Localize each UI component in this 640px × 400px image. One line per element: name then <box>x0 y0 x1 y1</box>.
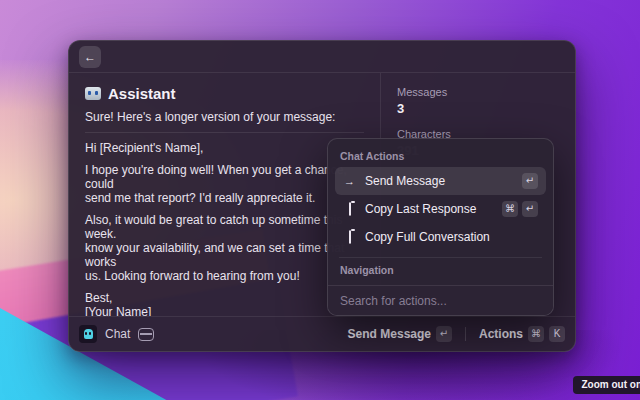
actions-list: Chat Actions → Send Message ↵ Copy Last … <box>328 139 553 285</box>
divider <box>85 132 364 133</box>
divider <box>465 327 466 341</box>
k-key-badge: K <box>549 326 565 342</box>
bottom-bar-app-label: Chat <box>105 327 130 341</box>
message-paragraph-1: I hope you're doing well! When you get a… <box>85 163 364 205</box>
message-paragraph-2: Also, it would be great to catch up some… <box>85 213 364 283</box>
send-message-button[interactable]: Send Message ↵ <box>348 326 452 342</box>
stat-value-messages: 3 <box>397 101 559 116</box>
menu-item-copy-last-response[interactable]: Copy Last Response ⌘ ↵ <box>335 195 546 223</box>
actions-label: Actions <box>479 327 523 341</box>
desktop: ← Assistant Sure! Here's a longer versio… <box>0 0 640 400</box>
zoom-tooltip: Zoom out on <box>573 376 640 394</box>
menu-item-label: Copy Full Conversation <box>365 230 538 244</box>
menu-item-copy-full-conversation[interactable]: Copy Full Conversation <box>335 223 546 251</box>
back-arrow-icon: ← <box>84 50 96 64</box>
enter-key-badge: ↵ <box>522 173 538 189</box>
assistant-intro-text: Sure! Here's a longer version of your me… <box>85 110 364 124</box>
chat-extension-icon <box>79 325 97 343</box>
actions-overlay-panel: Chat Actions → Send Message ↵ Copy Last … <box>327 138 554 316</box>
panel-icon <box>138 328 154 341</box>
cmd-key-badge: ⌘ <box>528 326 544 342</box>
shortcut-keys: ↵ <box>522 173 538 189</box>
message-greeting: Hi [Recipient's Name], <box>85 141 364 155</box>
section-title-chat-actions: Chat Actions <box>340 150 541 162</box>
arrow-right-icon: → <box>343 175 356 187</box>
menu-item-send-message[interactable]: → Send Message ↵ <box>335 167 546 195</box>
clipboard-icon <box>343 231 356 243</box>
cmd-key-badge: ⌘ <box>502 201 518 217</box>
message-signoff: Best, [Your Name] <box>85 291 364 316</box>
actions-search-input[interactable] <box>340 294 541 308</box>
window-header: ← <box>69 41 575 73</box>
back-button[interactable]: ← <box>79 46 101 68</box>
divider <box>339 257 542 258</box>
enter-key-badge: ↵ <box>522 201 538 217</box>
stat-label-messages: Messages <box>397 86 559 98</box>
assistant-header: Assistant <box>85 85 364 102</box>
actions-search-bar <box>328 285 553 315</box>
menu-item-label: Copy Last Response <box>365 202 493 216</box>
clipboard-icon <box>343 203 356 215</box>
assistant-name: Assistant <box>108 85 176 102</box>
extension-glyph <box>84 329 93 339</box>
shortcut-keys: ⌘ ↵ <box>502 201 538 217</box>
actions-button[interactable]: Actions ⌘ K <box>479 326 565 342</box>
section-title-navigation: Navigation <box>340 264 541 276</box>
robot-emoji <box>85 87 101 100</box>
send-message-label: Send Message <box>348 327 431 341</box>
window-bottom-bar: Chat Send Message ↵ Actions ⌘ K <box>69 316 575 351</box>
enter-key-badge: ↵ <box>436 326 452 342</box>
menu-item-label: Send Message <box>365 174 513 188</box>
